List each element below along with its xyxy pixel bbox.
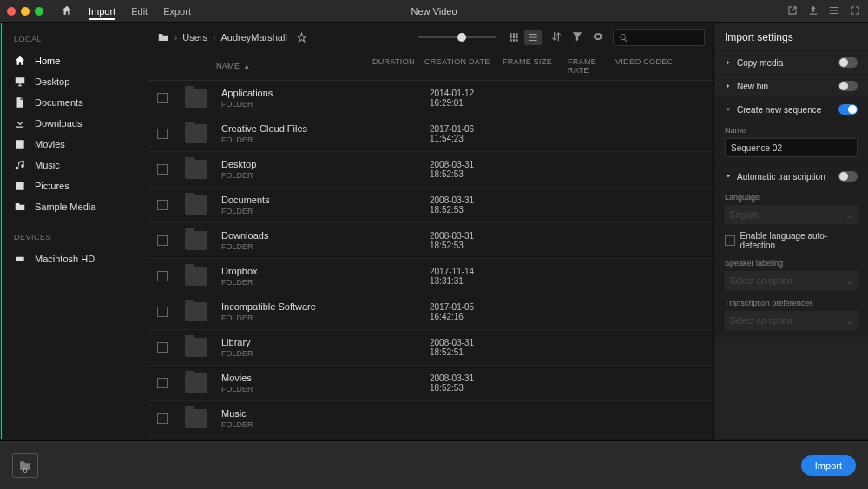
setting-label: Copy media (737, 58, 833, 68)
table-row[interactable]: Desktop FOLDER 2008-03-31 18:52:53 (148, 152, 713, 188)
row-type: FOLDER (221, 135, 378, 144)
folder-icon (185, 409, 207, 428)
row-checkbox[interactable] (157, 93, 168, 103)
sidebar-item-label: Downloads (35, 118, 82, 129)
eye-icon[interactable] (592, 30, 604, 44)
row-checkbox[interactable] (157, 413, 168, 424)
quick-export-icon[interactable] (786, 4, 799, 18)
tray-count: 0 (23, 466, 27, 475)
zoom-slider[interactable] (418, 36, 496, 38)
tab-import[interactable]: Import (89, 3, 115, 20)
breadcrumb-part[interactable]: AudreyMarshall (220, 32, 286, 43)
col-duration-header[interactable]: DURATION (372, 57, 424, 75)
row-checkbox[interactable] (157, 164, 168, 175)
row-checkbox[interactable] (157, 129, 168, 139)
sidebar-item-movies[interactable]: Movies (14, 134, 135, 155)
row-created: 2017-01-05 16:42:16 (430, 302, 508, 321)
row-checkbox[interactable] (157, 307, 168, 317)
toggle-new-bin[interactable] (838, 81, 858, 91)
star-icon[interactable] (296, 32, 307, 43)
table-row[interactable]: Downloads FOLDER 2008-03-31 18:52:53 (148, 223, 713, 259)
setting-copy-media[interactable]: Copy media (714, 50, 868, 74)
col-frame-size-header[interactable]: FRAME SIZE (503, 57, 568, 75)
col-codec-header[interactable]: VIDEO CODEC (615, 57, 676, 75)
sidebar-item-label: Music (35, 160, 60, 170)
table-row[interactable]: Dropbox FOLDER 2017-11-14 13:31:31 (148, 259, 713, 294)
table-body[interactable]: Applications FOLDER 2014-01-12 16:29:01 … (148, 81, 713, 439)
row-checkbox[interactable] (157, 200, 168, 210)
sidebar-item-label: Home (35, 56, 60, 66)
search-input[interactable] (613, 29, 705, 46)
toggle-auto-transcription[interactable] (838, 171, 858, 182)
maximize-window-button[interactable] (35, 7, 43, 16)
grid-view-button[interactable] (505, 30, 523, 45)
row-created: 2008-03-31 18:52:53 (430, 195, 508, 215)
sidebar-item-label: Desktop (35, 76, 69, 87)
sidebar-item-pictures[interactable]: Pictures (14, 175, 135, 196)
import-button[interactable]: Import (801, 455, 856, 476)
home-icon[interactable] (61, 4, 73, 18)
sidebar-item-documents[interactable]: Documents (14, 92, 135, 113)
setting-new-bin[interactable]: New bin (714, 74, 868, 97)
table-row[interactable]: Movies FOLDER 2008-03-31 18:52:53 (148, 366, 713, 401)
chevron-right-icon: › (174, 33, 177, 43)
pictures-icon (14, 180, 26, 192)
workspace-icon[interactable] (828, 4, 840, 18)
sequence-name-input[interactable] (725, 138, 858, 157)
sidebar-item-desktop[interactable]: Desktop (14, 71, 135, 92)
breadcrumb-part[interactable]: Users (182, 32, 207, 43)
chevron-down-icon: ⌄ (845, 210, 852, 220)
table-row[interactable]: Music FOLDER (148, 401, 713, 437)
row-name: Dropbox (221, 266, 378, 276)
table-row[interactable]: Documents FOLDER 2008-03-31 18:52:53 (148, 188, 713, 223)
row-name: Documents (221, 195, 378, 205)
breadcrumb[interactable]: › Users › AudreyMarshall (157, 31, 307, 43)
toggle-create-sequence[interactable] (838, 104, 858, 115)
filter-icon[interactable] (571, 30, 583, 44)
toggle-copy-media[interactable] (838, 57, 858, 68)
language-select[interactable]: English ⌄ (725, 205, 858, 224)
share-icon[interactable] (807, 4, 819, 18)
setting-create-sequence[interactable]: Create new sequence (714, 97, 868, 121)
folder-icon (14, 201, 26, 213)
close-window-button[interactable] (7, 7, 16, 16)
row-checkbox[interactable] (157, 271, 168, 281)
row-created: 2008-03-31 18:52:53 (430, 160, 508, 179)
setting-label: New bin (737, 82, 833, 91)
auto-detect-checkbox[interactable] (725, 235, 735, 246)
table-row[interactable]: Creative Cloud Files FOLDER 2017-01-06 1… (148, 116, 713, 152)
minimize-window-button[interactable] (21, 7, 30, 16)
setting-auto-transcription[interactable]: Automatic transcription (714, 164, 868, 188)
home-icon (14, 55, 26, 67)
import-tray[interactable]: 0 (12, 453, 38, 478)
fullscreen-icon[interactable] (849, 4, 861, 18)
tab-export[interactable]: Export (163, 3, 191, 20)
setting-label: Create new sequence (737, 105, 833, 115)
table-row[interactable]: Library FOLDER 2008-03-31 18:52:51 (148, 330, 713, 366)
row-created: 2008-03-31 18:52:51 (430, 338, 508, 357)
col-frame-rate-header[interactable]: FRAME RATE (568, 57, 615, 75)
select-value: Select an option (730, 276, 792, 286)
sidebar-item-label: Pictures (35, 181, 69, 191)
list-view-button[interactable] (524, 30, 542, 45)
sidebar-item-downloads[interactable]: Downloads (14, 113, 135, 134)
tab-edit[interactable]: Edit (131, 3, 148, 20)
col-created-header[interactable]: CREATION DATE (424, 57, 503, 75)
row-checkbox[interactable] (157, 235, 168, 246)
sidebar-item-macintosh-hd[interactable]: Macintosh HD (14, 248, 135, 269)
row-checkbox[interactable] (157, 342, 168, 353)
row-type: FOLDER (221, 314, 378, 322)
trans-prefs-select[interactable]: Select an option ⌄ (725, 311, 858, 330)
table-row[interactable]: Applications FOLDER 2014-01-12 16:29:01 (148, 81, 713, 116)
row-checkbox[interactable] (157, 378, 168, 388)
sort-icon[interactable] (550, 30, 562, 44)
sidebar-item-home[interactable]: Home (14, 50, 135, 71)
nav-tabs: Import Edit Export (61, 3, 191, 20)
row-type: FOLDER (221, 420, 378, 429)
sidebar-item-music[interactable]: Music (14, 155, 135, 175)
sidebar-item-sample-media[interactable]: Sample Media (14, 196, 135, 217)
table-row[interactable]: Incompatible Software FOLDER 2017-01-05 … (148, 294, 713, 330)
speaker-select[interactable]: Select an option ⌄ (725, 271, 858, 290)
col-name-header[interactable]: NAME (216, 62, 240, 70)
checkbox-label: Enable language auto-detection (740, 231, 858, 250)
